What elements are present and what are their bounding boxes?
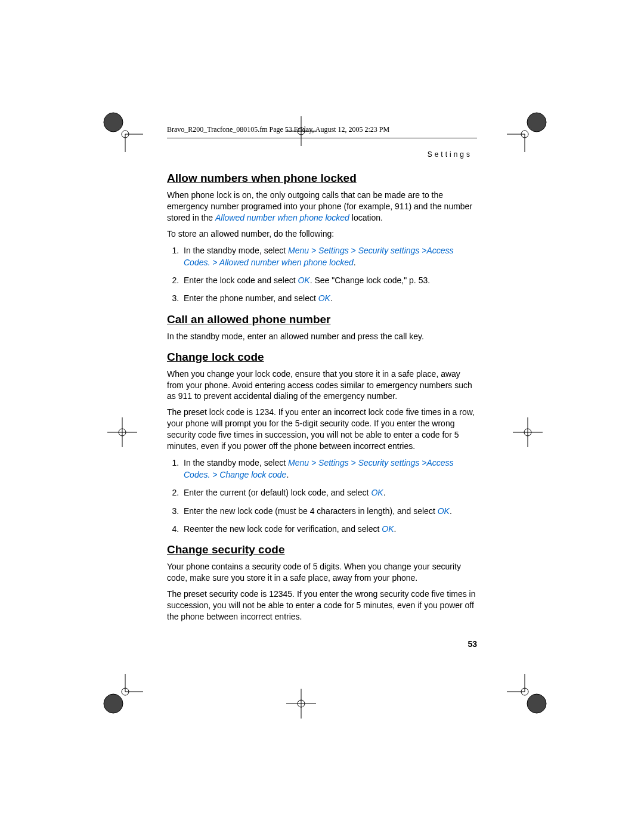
text: . <box>450 506 452 516</box>
crop-mark-icon <box>507 674 549 716</box>
list-item: Enter the lock code and select OK. See "… <box>181 274 477 286</box>
body-text: The preset security code is 12345. If yo… <box>167 589 477 623</box>
ok-label: OK <box>371 488 383 497</box>
text: . <box>383 488 386 497</box>
list-item: Reenter the new lock code for verificati… <box>181 523 477 535</box>
svg-point-0 <box>104 113 123 132</box>
text: Enter the new lock code (must be 4 chara… <box>184 506 438 516</box>
ordered-list: In the standby mode, select Menu > Setti… <box>167 244 477 305</box>
text: Reenter the new lock code for verificati… <box>184 524 382 534</box>
crop-mark-icon <box>107 417 137 447</box>
crop-mark-icon <box>101 110 143 152</box>
crop-mark-icon <box>507 110 549 152</box>
heading-change-security-code: Change security code <box>167 543 477 556</box>
list-item: In the standby mode, select Menu > Setti… <box>181 457 477 481</box>
ordered-list: In the standby mode, select Menu > Setti… <box>167 457 477 535</box>
heading-call-allowed: Call an allowed phone number <box>167 313 477 326</box>
text: . <box>330 293 333 303</box>
text: Enter the lock code and select <box>184 275 298 285</box>
text: Enter the current (or default) lock code… <box>184 488 371 497</box>
list-item: In the standby mode, select Menu > Setti… <box>181 244 477 269</box>
header-rule <box>167 138 477 138</box>
text: . <box>394 524 397 534</box>
svg-point-14 <box>104 694 123 713</box>
body-text: In the standby mode, enter an allowed nu… <box>167 331 477 342</box>
ok-label: OK <box>438 506 450 516</box>
page-number: 53 <box>167 639 477 649</box>
svg-point-18 <box>527 694 546 713</box>
ok-label: OK <box>382 524 394 534</box>
text: In the standby mode, select <box>184 246 288 255</box>
crop-mark-icon <box>286 689 316 719</box>
section-label: Settings <box>167 150 472 159</box>
body-text: When you change your lock code, ensure t… <box>167 368 477 402</box>
crop-mark-icon <box>513 417 543 447</box>
text: Enter the phone number, and select <box>184 293 318 303</box>
svg-point-4 <box>527 113 546 132</box>
body-text: When phone lock is on, the only outgoing… <box>167 190 477 224</box>
text: . <box>354 258 356 267</box>
text: location. <box>349 213 383 222</box>
body-text: To store an allowed number, do the follo… <box>167 228 477 240</box>
list-item: Enter the phone number, and select OK. <box>181 292 477 304</box>
page-header: Bravo_R200_Tracfone_080105.fm Page 53 Fr… <box>167 125 477 134</box>
menu-path-link: Allowed number when phone locked <box>215 213 349 222</box>
text: . <box>286 470 289 479</box>
ok-label: OK <box>298 275 309 285</box>
list-item: Enter the new lock code (must be 4 chara… <box>181 505 477 517</box>
text: . See "Change lock code," p. 53. <box>310 275 430 285</box>
text: In the standby mode, select <box>184 458 288 467</box>
list-item: Enter the current (or default) lock code… <box>181 487 477 498</box>
body-text: The preset lock code is 1234. If you ent… <box>167 407 477 452</box>
heading-allow-numbers: Allow numbers when phone locked <box>167 172 477 185</box>
body-text: Your phone contains a security code of 5… <box>167 561 477 584</box>
crop-mark-icon <box>101 674 143 716</box>
page-content: Bravo_R200_Tracfone_080105.fm Page 53 Fr… <box>167 125 477 649</box>
heading-change-lock-code: Change lock code <box>167 351 477 364</box>
ok-label: OK <box>318 293 330 303</box>
